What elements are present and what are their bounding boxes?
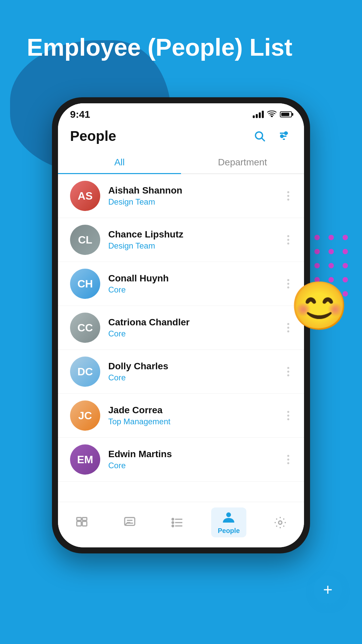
tab-department[interactable]: Department bbox=[181, 151, 304, 174]
search-icon bbox=[254, 130, 266, 142]
person-department: Top Management bbox=[108, 417, 285, 426]
status-icons bbox=[253, 110, 292, 119]
person-name: Chance Lipshutz bbox=[108, 229, 285, 240]
person-name: Catriona Chandler bbox=[108, 317, 285, 328]
svg-point-20 bbox=[172, 525, 174, 527]
search-button[interactable] bbox=[252, 128, 268, 144]
app-header: People bbox=[58, 123, 304, 151]
person-name: Conall Huynh bbox=[108, 273, 285, 284]
more-options-button[interactable] bbox=[285, 408, 292, 423]
signal-icon bbox=[253, 111, 264, 118]
list-icon bbox=[170, 515, 185, 530]
more-options-button[interactable] bbox=[285, 364, 292, 379]
person-name: Aishah Shannon bbox=[108, 185, 285, 196]
person-name: Edwin Martins bbox=[108, 449, 285, 460]
person-name: Dolly Charles bbox=[108, 361, 285, 372]
filter-icon bbox=[278, 130, 290, 142]
list-item[interactable]: EMEdwin MartinsCore bbox=[58, 438, 304, 482]
svg-point-19 bbox=[172, 522, 174, 523]
avatar: CL bbox=[70, 225, 100, 255]
avatar: CC bbox=[70, 313, 100, 343]
avatar: CH bbox=[70, 269, 100, 299]
list-item[interactable]: JCJade CorreaTop Management bbox=[58, 394, 304, 438]
nav-label-people: People bbox=[218, 527, 240, 535]
people-list: ASAishah ShannonDesign TeamCLChance Lips… bbox=[58, 174, 304, 502]
status-time: 9:41 bbox=[70, 109, 90, 120]
wifi-icon bbox=[267, 110, 277, 119]
nav-item-settings[interactable] bbox=[266, 513, 294, 533]
svg-point-0 bbox=[271, 116, 273, 117]
list-item[interactable]: CLChance LipshutzDesign Team bbox=[58, 218, 304, 262]
avatar: EM bbox=[70, 444, 100, 475]
svg-point-21 bbox=[227, 513, 231, 517]
person-department: Core bbox=[108, 329, 285, 338]
phone-frame: 9:41 People bbox=[52, 97, 310, 553]
bottom-nav: People bbox=[58, 502, 304, 547]
home-icon bbox=[74, 515, 89, 530]
svg-point-7 bbox=[281, 135, 283, 138]
list-item[interactable]: CCCatriona ChandlerCore bbox=[58, 306, 304, 350]
header-icons bbox=[252, 128, 292, 144]
svg-point-18 bbox=[172, 518, 174, 520]
battery-icon bbox=[280, 111, 292, 117]
list-item[interactable]: ASAishah ShannonDesign Team bbox=[58, 174, 304, 218]
avatar: AS bbox=[70, 181, 100, 211]
list-item[interactable]: DCDolly CharlesCore bbox=[58, 350, 304, 394]
list-item[interactable]: CHConall HuynhCore bbox=[58, 262, 304, 306]
tab-all[interactable]: All bbox=[58, 151, 181, 174]
svg-point-22 bbox=[279, 521, 282, 524]
nav-item-messages[interactable] bbox=[116, 513, 144, 533]
fab-plus-icon: + bbox=[323, 582, 333, 598]
person-department: Core bbox=[108, 285, 285, 294]
app-header-title: People bbox=[70, 128, 116, 144]
more-options-button[interactable] bbox=[285, 189, 292, 203]
phone-screen: 9:41 People bbox=[58, 103, 304, 547]
settings-icon bbox=[273, 515, 288, 530]
svg-rect-9 bbox=[82, 521, 87, 526]
filter-button[interactable] bbox=[276, 128, 292, 144]
more-options-button[interactable] bbox=[285, 232, 292, 247]
emoji-decoration: 😊 bbox=[290, 278, 349, 334]
svg-line-2 bbox=[262, 138, 265, 141]
person-department: Design Team bbox=[108, 241, 285, 251]
nav-item-people[interactable]: People bbox=[211, 507, 247, 537]
person-department: Design Team bbox=[108, 197, 285, 207]
nav-item-list[interactable] bbox=[163, 513, 191, 533]
person-department: Core bbox=[108, 461, 285, 470]
fab-add-button[interactable]: + bbox=[314, 576, 342, 604]
avatar: DC bbox=[70, 357, 100, 387]
svg-point-1 bbox=[255, 132, 262, 139]
svg-rect-10 bbox=[77, 518, 81, 520]
tabs-bar: All Department bbox=[58, 151, 304, 174]
status-bar: 9:41 bbox=[58, 103, 304, 123]
messages-icon bbox=[122, 515, 137, 530]
people-icon bbox=[221, 510, 236, 525]
person-name: Jade Correa bbox=[108, 405, 285, 416]
nav-item-home[interactable] bbox=[68, 513, 96, 533]
svg-rect-11 bbox=[82, 518, 87, 520]
more-options-button[interactable] bbox=[285, 452, 292, 467]
page-heading: Employee (People) List bbox=[27, 34, 292, 61]
person-department: Core bbox=[108, 373, 285, 382]
svg-point-6 bbox=[285, 132, 287, 135]
avatar: JC bbox=[70, 400, 100, 431]
svg-rect-8 bbox=[77, 521, 81, 526]
